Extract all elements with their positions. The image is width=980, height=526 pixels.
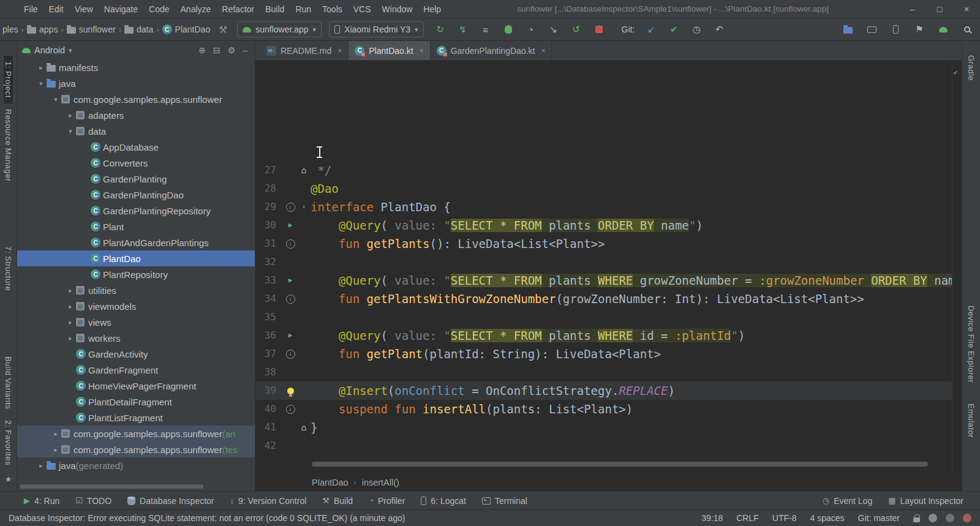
breadcrumb-item[interactable]: data	[124, 24, 153, 34]
project-horizontal-scrollbar[interactable]	[20, 484, 203, 489]
tree-expand-arrow-icon[interactable]: ▸	[36, 462, 47, 470]
tree-item[interactable]: ▸com.google.samples.apps.sunflower (an	[17, 426, 255, 441]
editor-horizontal-scrollbar[interactable]	[312, 462, 947, 467]
toolwindow-button-database-inspector[interactable]: Database Inspector	[119, 492, 222, 509]
status-message[interactable]: Database Inspector: Error executing SQLi…	[9, 513, 689, 523]
tree-item[interactable]: ▸viewmodels	[17, 298, 255, 314]
tab-readme-md[interactable]: M↓README.md×	[260, 41, 349, 60]
tree-expand-arrow-icon[interactable]: ▸	[65, 111, 76, 119]
device-manager-icon[interactable]	[865, 23, 878, 36]
collapse-all-icon[interactable]: ⊟	[213, 45, 221, 55]
sync-project-icon[interactable]: ↺	[570, 23, 583, 36]
toolwindow-button-layout-inspector[interactable]: ▦Layout Inspector	[880, 496, 971, 506]
code-editor[interactable]: ✔ 27⌂ */28@Dao29↓▾interface PlantDao {30…	[255, 61, 962, 474]
tree-expand-arrow-icon[interactable]: ▸	[65, 287, 76, 295]
tree-expand-arrow-icon[interactable]: ▾	[36, 80, 47, 88]
code-line[interactable]: 38	[255, 363, 962, 381]
menu-build[interactable]: Build	[260, 0, 290, 18]
favorites-star-icon[interactable]: ★	[5, 471, 12, 491]
implemented-marker-icon[interactable]: ↓	[286, 203, 295, 212]
tree-item[interactable]: CGardenPlanting	[17, 171, 255, 187]
apply-changes-icon[interactable]: ↯	[456, 23, 470, 36]
tool-strip-resource-manager[interactable]: Resource Manager	[4, 103, 13, 187]
minimize-button[interactable]: –	[899, 0, 926, 18]
tree-expand-arrow-icon[interactable]: ▸	[65, 318, 76, 326]
hide-panel-icon[interactable]: –	[243, 45, 247, 55]
code-line[interactable]: 42	[255, 437, 962, 455]
menu-edit[interactable]: Edit	[43, 0, 69, 18]
line-separator[interactable]: CRLF	[736, 513, 759, 523]
tree-expand-arrow-icon[interactable]: ▸	[65, 334, 76, 342]
menu-refactor[interactable]: Refactor	[216, 0, 260, 18]
close-button[interactable]: ×	[953, 0, 980, 18]
intention-bulb-icon[interactable]	[287, 388, 294, 394]
implemented-marker-icon[interactable]: ↓	[286, 350, 295, 359]
tab-close-icon[interactable]: ×	[420, 47, 424, 55]
code-line[interactable]: 40↓ suspend fun insertAll(plants: List<P…	[255, 400, 962, 418]
tree-expand-arrow-icon[interactable]: ▸	[36, 64, 47, 72]
code-line[interactable]: 27⌂ */	[255, 161, 962, 179]
tree-item[interactable]: CPlantRepository	[17, 266, 255, 282]
device-select[interactable]: Xiaomi Redmi Y3 ▾	[329, 21, 423, 37]
code-line[interactable]: 41⌂}	[255, 418, 962, 437]
tree-item[interactable]: ▸com.google.samples.apps.sunflower (tes	[17, 441, 255, 457]
rollback-icon[interactable]: ↶	[712, 23, 726, 36]
code-line[interactable]: 33▶ @Query( value: "SELECT * FROM plants…	[255, 271, 962, 290]
editor-breadcrumb-item[interactable]: PlantDao	[312, 478, 349, 487]
tree-item[interactable]: CGardenFragment	[17, 362, 255, 378]
menu-view[interactable]: View	[69, 0, 99, 18]
menu-analyze[interactable]: Analyze	[175, 0, 217, 18]
sdk-manager-icon[interactable]	[937, 23, 950, 36]
tree-item[interactable]: CHomeViewPagerFragment	[17, 378, 255, 394]
toolwindow-button-4-run[interactable]: ▶4: Run	[16, 492, 67, 509]
avd-manager-icon[interactable]	[889, 23, 902, 36]
tree-item[interactable]: ▾java	[17, 75, 255, 91]
tree-item[interactable]: ▾com.google.samples.apps.sunflower	[17, 91, 255, 107]
toolwindow-button-9-version-control[interactable]: ↕9: Version Control	[222, 492, 315, 509]
settings-gear-icon[interactable]: ⚙	[228, 45, 236, 55]
tree-item[interactable]: ▸java (generated)	[17, 457, 255, 473]
tree-item[interactable]: ▸adapters	[17, 107, 255, 123]
menu-vcs[interactable]: VCS	[348, 0, 377, 18]
run-query-icon[interactable]: ▶	[288, 326, 293, 345]
stop-icon[interactable]	[592, 23, 606, 36]
menu-run[interactable]: Run	[290, 0, 317, 18]
tree-item[interactable]: CPlant	[17, 219, 255, 235]
toolwindow-button-build[interactable]: ⚒Build	[314, 492, 361, 509]
debug-icon[interactable]	[502, 23, 515, 36]
tree-item[interactable]: CGardenActivity	[17, 346, 255, 362]
readonly-lock-icon[interactable]	[913, 517, 920, 522]
recording-indicator-icon[interactable]	[963, 514, 971, 522]
project-structure-icon[interactable]	[841, 23, 854, 36]
status-indicator-1-icon[interactable]	[929, 514, 937, 522]
indent-setting[interactable]: 4 spaces	[810, 513, 844, 523]
update-project-icon[interactable]: ↙	[644, 23, 658, 36]
menu-window[interactable]: Window	[377, 0, 418, 18]
code-line[interactable]: 31↓ fun getPlants(): LiveData<List<Plant…	[255, 235, 962, 253]
tree-item[interactable]: CPlantListFragment	[17, 410, 255, 426]
file-encoding[interactable]: UTF-8	[772, 513, 797, 523]
maximize-button[interactable]: □	[926, 0, 953, 18]
commit-icon[interactable]: ✔	[667, 23, 680, 36]
tree-item[interactable]: CPlantDao	[17, 250, 255, 266]
run-query-icon[interactable]: ▶	[288, 216, 293, 235]
menu-tools[interactable]: Tools	[317, 0, 348, 18]
profiler-icon[interactable]: ◔	[524, 23, 538, 36]
toolwindow-button-todo[interactable]: ☑TODO	[67, 492, 119, 509]
status-indicator-2-icon[interactable]	[946, 514, 954, 522]
tree-item[interactable]: CPlantDetailFragment	[17, 394, 255, 410]
implemented-marker-icon[interactable]: ↓	[286, 295, 295, 304]
tree-item[interactable]: CGardenPlantingRepository	[17, 203, 255, 219]
run-configuration-select[interactable]: sunflower.app ▾	[237, 21, 322, 37]
tab-close-icon[interactable]: ×	[541, 47, 545, 55]
rerun-icon[interactable]: ↻	[434, 23, 447, 36]
search-everywhere-icon[interactable]	[960, 23, 974, 36]
build-menu-icon[interactable]: ≡	[479, 23, 492, 36]
tree-item[interactable]: ▾data	[17, 123, 255, 139]
menu-file[interactable]: File	[18, 0, 43, 18]
tree-item[interactable]: ▸workers	[17, 330, 255, 346]
breadcrumb-item[interactable]: ples	[2, 24, 18, 34]
code-line[interactable]: 28@Dao	[255, 179, 962, 198]
notifications-icon[interactable]: ⚑	[913, 23, 926, 36]
tool-strip-device-file-explorer[interactable]: Device File Explorer	[967, 300, 976, 388]
